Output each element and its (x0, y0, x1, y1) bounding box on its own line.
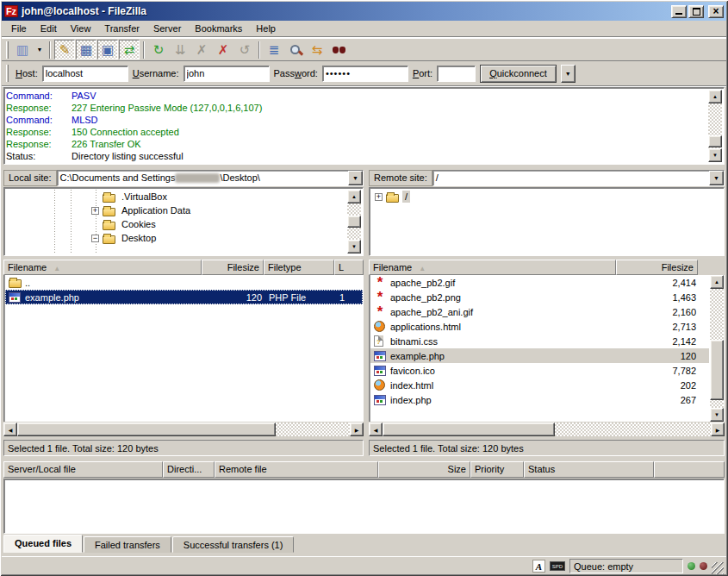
local-tree-scrollbar[interactable]: ▲ ▼ (347, 190, 361, 254)
close-button[interactable]: × (708, 5, 724, 18)
username-input[interactable] (184, 66, 270, 82)
local-hscrollbar-thumb[interactable] (17, 423, 276, 436)
local-site-combo[interactable]: C:\Documents and Settings\Desktop\ ▼ (57, 170, 364, 186)
remote-hscrollbar-thumb[interactable] (383, 423, 555, 436)
find-files-button[interactable] (328, 40, 349, 59)
scroll-up-icon[interactable]: ▲ (347, 190, 361, 203)
scroll-right-icon[interactable]: ▶ (711, 423, 725, 436)
column-header-filename[interactable]: Filename▲ (3, 260, 202, 275)
remote-file-row[interactable]: example.php120 (370, 348, 709, 363)
column-header-filetype[interactable]: Filetype (264, 260, 334, 275)
reconnect-button[interactable]: ↺ (234, 40, 255, 59)
queue-column-priority[interactable]: Priority (470, 461, 524, 478)
remote-file-row[interactable]: index.html202 (370, 378, 709, 392)
log-line-text: 226 Transfer OK (72, 138, 141, 150)
remote-file-row[interactable]: *apache_pb2.png1,463 (370, 290, 709, 304)
resize-grip[interactable] (712, 562, 724, 574)
title-bar[interactable]: Fz john@localhost - FileZilla × (2, 2, 726, 21)
toolbar-grip[interactable] (6, 41, 9, 59)
menu-item-view[interactable]: View (65, 22, 97, 36)
php-file-icon (374, 395, 386, 405)
remote-file-row[interactable]: favicon.ico7,782 (370, 363, 709, 378)
column-header-filesize[interactable]: Filesize (202, 260, 264, 275)
cancel-operation-button[interactable]: ✗ (191, 40, 212, 59)
remote-file-row[interactable]: *apache_pb2.gif2,414 (370, 275, 709, 290)
process-queue-button[interactable]: ⇊ (170, 40, 190, 59)
scroll-up-icon[interactable]: ▲ (708, 90, 722, 103)
remote-tree-item[interactable]: +/ (371, 190, 722, 203)
menu-item-file[interactable]: File (5, 22, 33, 36)
column-header-filename[interactable]: Filename▲ (369, 260, 616, 275)
site-manager-button[interactable]: ▥ (12, 40, 33, 59)
quickconnect-dropdown-icon[interactable]: ▼ (561, 65, 576, 83)
queue-column-remotefile[interactable]: Remote file (215, 461, 378, 478)
log-line: Status:Directory listing successful (6, 150, 708, 162)
remote-file-row[interactable]: index.php267 (370, 392, 709, 407)
scroll-down-icon[interactable]: ▼ (708, 148, 722, 162)
queue-column-serverlocalfile[interactable]: Server/Local file (3, 461, 163, 478)
transfer-type-ascii-icon[interactable]: A (532, 560, 545, 573)
local-tree-item[interactable]: −Desktop (6, 231, 361, 245)
scroll-left-icon[interactable]: ◀ (369, 423, 383, 436)
site-manager-dropdown-button[interactable]: ▼ (34, 40, 46, 59)
log-line-label: Command: (6, 114, 72, 126)
toggle-local-tree-button[interactable]: ▦ (76, 40, 96, 59)
host-input[interactable] (42, 66, 128, 82)
remote-file-row[interactable]: applications.html2,713 (370, 319, 709, 334)
queue-column-directi[interactable]: Directi... (163, 461, 215, 478)
queue-column-status[interactable]: Status (524, 461, 654, 478)
disconnect-button[interactable]: ✗ (213, 40, 233, 59)
column-header-filesize[interactable]: Filesize (616, 260, 698, 275)
log-scrollbar[interactable]: ▲ ▼ (708, 90, 722, 162)
minimize-button[interactable] (671, 5, 687, 18)
synchronized-browsing-button[interactable]: ⇆ (307, 40, 327, 59)
remote-list-scrollbar[interactable]: ▲ ▼ (710, 275, 724, 422)
menu-item-server[interactable]: Server (147, 22, 187, 36)
expand-icon[interactable]: + (91, 207, 99, 215)
scroll-right-icon[interactable]: ▶ (350, 423, 364, 436)
local-list-hscrollbar[interactable]: ◀ ▶ (3, 423, 364, 436)
remote-site-combo[interactable]: / ▼ (432, 170, 725, 186)
quickconnect-grip[interactable] (6, 65, 9, 82)
local-tree-item[interactable]: .VirtualBox (6, 190, 361, 203)
queue-column-size[interactable]: Size (378, 461, 470, 478)
toggle-remote-tree-button[interactable]: ▣ (97, 40, 118, 59)
local-file-row[interactable]: .. (5, 275, 363, 290)
scroll-down-icon[interactable]: ▼ (710, 408, 724, 422)
tab-queued-files[interactable]: Queued files (3, 535, 83, 553)
local-tree-item[interactable]: +Application Data (6, 203, 361, 217)
maximize-button[interactable] (688, 5, 704, 18)
local-file-row[interactable]: example.php120PHP File1 (5, 290, 363, 304)
scroll-up-icon[interactable]: ▲ (710, 275, 724, 289)
expand-icon[interactable]: + (375, 193, 383, 201)
local-tree-item[interactable]: Cookies (6, 217, 361, 231)
menu-item-edit[interactable]: Edit (34, 22, 63, 36)
speed-limit-icon[interactable]: SPD (550, 561, 565, 571)
refresh-button[interactable]: ↻ (148, 40, 169, 59)
compare-directories-button[interactable] (285, 40, 306, 59)
toggle-message-log-button[interactable]: ✎ (54, 40, 75, 59)
menu-item-help[interactable]: Help (250, 22, 282, 36)
directory-listing-filters-button[interactable]: ≣ (264, 40, 284, 59)
collapse-icon[interactable]: − (91, 235, 99, 242)
column-header-l[interactable]: L (334, 260, 364, 275)
local-site-dropdown-icon[interactable]: ▼ (348, 171, 363, 185)
scroll-down-icon[interactable]: ▼ (347, 240, 361, 254)
toggle-transfer-queue-button[interactable]: ⇄ (119, 40, 140, 59)
log-scrollbar-thumb[interactable] (708, 135, 722, 147)
password-input[interactable] (322, 66, 408, 82)
menu-item-bookmarks[interactable]: Bookmarks (189, 22, 248, 36)
menu-item-transfer[interactable]: Transfer (98, 22, 146, 36)
remote-list-hscrollbar[interactable]: ◀ ▶ (369, 423, 725, 436)
local-tree-scrollbar-thumb[interactable] (347, 216, 361, 228)
remote-file-row[interactable]: *apache_pb2_ani.gif2,160 (370, 304, 709, 319)
remote-file-row[interactable]: ?bitnami.css2,142 (370, 334, 709, 348)
quickconnect-button[interactable]: Quickconnect (480, 65, 557, 83)
tab-successful-transfers----[interactable]: Successful transfers (1) (172, 536, 295, 553)
scroll-left-icon[interactable]: ◀ (3, 423, 17, 436)
tab-failed-transfers[interactable]: Failed transfers (84, 536, 171, 553)
port-input[interactable] (437, 66, 476, 82)
file-name-cell: *apache_pb2.png (370, 291, 618, 304)
remote-scrollbar-thumb[interactable] (710, 340, 724, 400)
remote-site-dropdown-icon[interactable]: ▼ (709, 171, 724, 185)
